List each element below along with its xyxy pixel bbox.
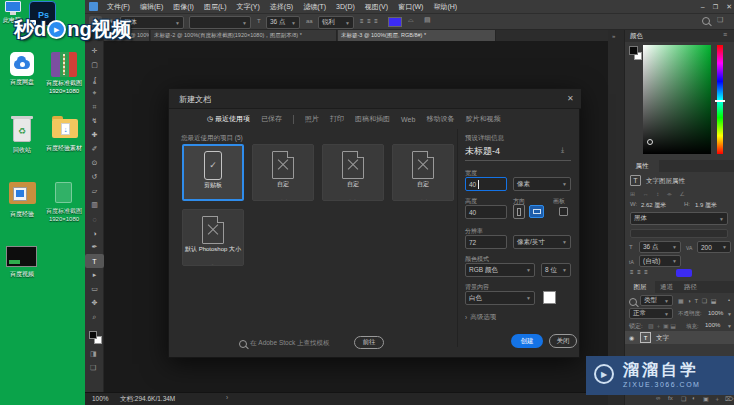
leading-select[interactable]: (自动)▼ <box>639 255 681 267</box>
properties-tab[interactable]: 属性 <box>625 160 659 172</box>
history-brush-tool[interactable]: ↺ <box>85 170 104 184</box>
gradient-tool[interactable]: ▥ <box>85 198 104 212</box>
menu-3d[interactable]: 3D(D) <box>331 3 360 10</box>
preset-card-custom-2[interactable]: 自定 128 x 20 像素 @ 72 ppi <box>322 144 384 201</box>
doc-tab-2[interactable]: 未标题-2 @ 100%(百度标准截图(1920×1080)，图层副本/8) * <box>151 30 337 41</box>
layer-filter-icons[interactable]: ▦ ◑ T ❏ ⬓ <box>678 297 717 304</box>
pen-tool[interactable]: ✒ <box>85 240 104 254</box>
preset-card-custom-3[interactable]: 自定 600 x 400 像素 @ 72 ppi <box>392 144 454 201</box>
foreground-color-swatch[interactable] <box>89 331 97 339</box>
background-color-swatch-white[interactable] <box>543 291 556 304</box>
background-contents-select[interactable]: 白色▼ <box>465 291 535 305</box>
orientation-landscape-button-active[interactable] <box>529 205 544 218</box>
type-tool-selected[interactable]: T <box>85 254 104 268</box>
color-panel-tab[interactable]: 颜色 <box>630 32 643 41</box>
text-layer-thumbnail[interactable]: T <box>640 332 651 343</box>
width-prop-value[interactable]: 2.62 厘米 <box>641 201 666 210</box>
tab-saved[interactable]: 已保存 <box>261 114 282 124</box>
paths-tab[interactable]: 路径 <box>684 283 697 292</box>
width-input[interactable]: 40 <box>465 177 507 191</box>
tracking-select[interactable]: 200▼ <box>697 241 731 253</box>
status-arrow-icon[interactable]: › <box>226 394 228 401</box>
go-button[interactable]: 前往 <box>354 336 384 349</box>
prop-text-color-swatch[interactable] <box>676 269 692 277</box>
height-input[interactable]: 40 <box>465 205 507 219</box>
path-select-tool[interactable]: ▸ <box>85 268 104 282</box>
menu-window[interactable]: 窗口(W) <box>393 2 428 12</box>
preset-card-clipboard[interactable]: ✓ 剪贴板 131 x 40 像素 @ 72 ppi <box>182 144 244 201</box>
font-size-select[interactable]: 36 点▼ <box>266 16 300 29</box>
panel-fg-swatch[interactable] <box>629 46 638 55</box>
menu-edit[interactable]: 编辑(E) <box>135 2 168 12</box>
link-layers-icon[interactable]: ∞ <box>656 395 660 401</box>
hand-tool[interactable]: ✥ <box>85 296 104 310</box>
bit-depth-select[interactable]: 8 位▼ <box>541 263 571 277</box>
layer-name[interactable]: 文字 <box>656 334 669 343</box>
layer-fx-icon[interactable]: fx <box>668 395 673 401</box>
tab-photo[interactable]: 照片 <box>305 114 319 124</box>
zoom-tool[interactable]: ⌕ <box>85 310 104 324</box>
eye-icon[interactable]: ◉ <box>629 334 634 341</box>
warp-text-icon[interactable]: ⌓ <box>408 16 414 24</box>
layer-filter-select[interactable]: 类型▼ <box>640 295 673 306</box>
zoom-level[interactable]: 100% <box>92 395 109 402</box>
panel-menu-icon[interactable]: ≡ <box>723 31 727 38</box>
doc-tab-3-active[interactable]: 未标题-3 @ 100%(图层, RGB/8#) * <box>338 30 496 41</box>
brush-tool[interactable]: ✐ <box>85 142 104 156</box>
crop-tool[interactable]: ⌗ <box>85 100 104 114</box>
height-prop-value[interactable]: 1.9 厘米 <box>695 201 717 210</box>
desktop-icon-jingyan-folder[interactable]: ⇣ 百度经验素材 <box>44 114 84 158</box>
hue-slider[interactable] <box>717 45 723 154</box>
lock-icons[interactable]: ▨ ＋ ▣ ⬓ <box>648 322 676 331</box>
color-mode-select[interactable]: RGB 颜色▼ <box>465 263 535 277</box>
preset-card-default-size[interactable]: 默认 Photoshop 大小 16 x 12 厘米 @ 300 ppi <box>182 209 244 266</box>
heal-tool[interactable]: ✚ <box>85 128 104 142</box>
toggle-panels-icon[interactable]: ▤ <box>424 16 431 24</box>
desktop-icon-screenshot-rar[interactable]: 百度标准截图 1920×1080 <box>44 52 84 100</box>
move-tool[interactable]: ✛ <box>85 44 104 58</box>
color-picker-ring[interactable] <box>647 139 653 145</box>
quick-mask-icon[interactable]: ◨ <box>90 350 97 358</box>
create-button[interactable]: 创建 <box>511 334 543 348</box>
layer-group-icon[interactable]: ▣ <box>703 395 709 402</box>
close-button[interactable]: ✕ <box>726 3 732 11</box>
search-icon[interactable] <box>702 17 710 25</box>
unit-select[interactable]: 像素▼ <box>513 177 571 191</box>
menu-help[interactable]: 帮助(H) <box>428 2 462 12</box>
advanced-options-toggle[interactable]: › 高级选项 <box>465 313 496 322</box>
preset-card-custom-1[interactable]: 自定 400 x 200 像素 @ 72 ppi <box>252 144 314 201</box>
document-name-input[interactable]: 未标题-4 <box>465 145 500 158</box>
adjustment-icon[interactable]: ◐ <box>692 395 696 401</box>
quick-select-tool[interactable]: ⌖ <box>85 86 104 100</box>
save-preset-icon[interactable]: ⤓ <box>561 146 564 154</box>
font-style-select[interactable]: ▼ <box>189 16 251 29</box>
layer-row-selected[interactable]: ◉ T 文字 <box>625 331 734 344</box>
artboard-checkbox[interactable] <box>559 207 568 216</box>
blend-mode-select[interactable]: 正常▼ <box>629 308 673 319</box>
shape-tool[interactable]: ▭ <box>85 282 104 296</box>
tab-print[interactable]: 打印 <box>330 114 344 124</box>
screen-mode-icon[interactable]: ❏ <box>90 364 96 372</box>
menu-layer[interactable]: 图层(L) <box>199 2 232 12</box>
menu-view[interactable]: 视图(V) <box>360 2 393 12</box>
menu-select[interactable]: 选择(S) <box>265 2 298 12</box>
app-icon[interactable] <box>89 2 98 11</box>
blur-tool[interactable]: ◌ <box>85 212 104 226</box>
tab-recent[interactable]: ◷ 最近使用项 <box>207 114 250 124</box>
fill-value[interactable]: 100% <box>705 322 720 328</box>
menu-filter[interactable]: 滤镜(T) <box>298 2 331 12</box>
desktop-icon-baidu-video[interactable]: 百度视频 <box>2 244 42 290</box>
eyedropper-tool[interactable]: ↯ <box>85 114 104 128</box>
color-gradient-field[interactable] <box>643 45 711 154</box>
channels-tab[interactable]: 通道 <box>660 283 673 292</box>
desktop-icon-recycle-bin[interactable]: ♻ 回收站 <box>2 116 42 158</box>
menu-type[interactable]: 文字(Y) <box>231 2 264 12</box>
resolution-unit-select[interactable]: 像素/英寸▼ <box>513 235 571 249</box>
resolution-input[interactable]: 72 <box>465 235 507 249</box>
layer-filter-search-icon[interactable] <box>629 298 637 306</box>
dodge-tool[interactable]: ◑ <box>85 226 104 240</box>
close-dialog-button[interactable]: 关闭 <box>549 334 577 348</box>
dialog-close-icon[interactable]: ✕ <box>567 94 574 103</box>
orientation-portrait-button[interactable] <box>513 204 525 219</box>
text-color-swatch[interactable] <box>388 17 402 27</box>
